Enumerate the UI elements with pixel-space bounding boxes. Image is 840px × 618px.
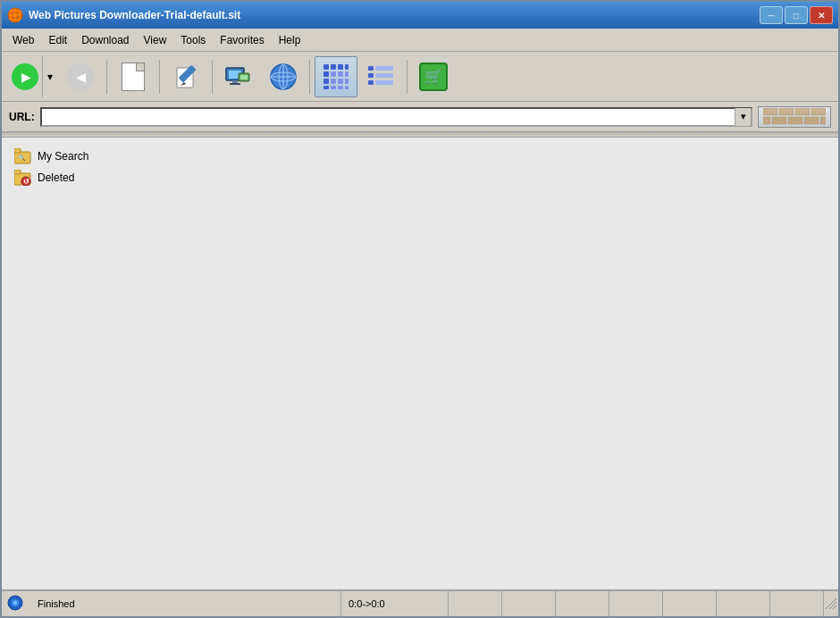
svg-rect-49 — [14, 148, 21, 153]
svg-rect-29 — [323, 86, 329, 89]
tree-item-deleted[interactable]: ↺ Deleted — [11, 168, 829, 188]
edit-button[interactable] — [164, 56, 207, 97]
forward-icon — [12, 63, 38, 90]
back-icon — [67, 63, 94, 90]
svg-line-59 — [829, 602, 836, 609]
menu-tools[interactable]: Tools — [173, 31, 213, 49]
svg-rect-26 — [331, 79, 336, 84]
window-controls: ─ □ ✕ — [760, 6, 833, 24]
toolbar-separator-4 — [309, 60, 310, 94]
svg-rect-47 — [820, 117, 826, 124]
main-window: Web Pictures Downloader-Trial-default.si… — [0, 0, 840, 618]
go-button[interactable] — [758, 106, 831, 128]
svg-rect-20 — [345, 64, 349, 70]
svg-rect-37 — [368, 80, 374, 85]
network-button[interactable] — [217, 56, 260, 97]
brick-wall-icon — [763, 108, 826, 126]
svg-rect-27 — [338, 79, 343, 84]
status-seg-9 — [770, 591, 824, 616]
cart-button[interactable]: 🛒 — [412, 56, 455, 97]
my-search-label: My Search — [38, 150, 88, 163]
my-search-icon: 🔍 — [14, 148, 32, 164]
close-button[interactable]: ✕ — [810, 6, 833, 24]
menu-web[interactable]: Web — [5, 31, 41, 49]
svg-point-0 — [8, 8, 22, 22]
svg-rect-21 — [323, 71, 329, 77]
url-input-container — [40, 107, 752, 127]
menu-bar: Web Edit Download View Tools Favorites H… — [2, 29, 838, 52]
minimize-button[interactable]: ─ — [760, 6, 783, 24]
status-seg-8 — [717, 591, 770, 616]
svg-rect-23 — [338, 71, 343, 77]
svg-rect-44 — [772, 117, 786, 124]
svg-rect-9 — [230, 83, 240, 85]
resize-handle[interactable] — [824, 597, 838, 611]
document-icon — [122, 63, 145, 91]
svg-rect-43 — [763, 117, 770, 124]
menu-view[interactable]: View — [137, 31, 174, 49]
url-label: URL: — [9, 111, 35, 123]
go-back-button[interactable] — [59, 56, 102, 97]
svg-rect-22 — [331, 71, 336, 77]
go-forward-button[interactable] — [8, 56, 42, 97]
toolbar-separator-3 — [212, 60, 213, 94]
maximize-button[interactable]: □ — [785, 6, 808, 24]
svg-rect-19 — [338, 64, 343, 70]
status-seg-3 — [449, 591, 502, 616]
svg-point-57 — [13, 601, 17, 605]
svg-rect-8 — [232, 80, 238, 83]
grid-view-button[interactable] — [315, 56, 357, 97]
toolbar: 🛒 — [2, 52, 838, 102]
svg-rect-41 — [795, 108, 810, 115]
svg-rect-32 — [345, 86, 349, 89]
status-seg-6 — [609, 591, 663, 616]
progress-text: 0:0->0:0 — [341, 591, 449, 616]
svg-rect-36 — [375, 73, 393, 78]
status-icon — [7, 595, 25, 613]
url-dropdown-button[interactable] — [735, 108, 751, 126]
svg-rect-28 — [345, 79, 349, 84]
main-content[interactable]: 🔍 My Search ↺ Deleted — [2, 138, 838, 589]
url-bar: URL: — [2, 102, 838, 132]
status-seg-7 — [663, 591, 717, 616]
svg-rect-30 — [331, 86, 336, 89]
svg-rect-25 — [323, 79, 329, 84]
svg-rect-34 — [375, 66, 393, 71]
svg-rect-38 — [375, 80, 393, 85]
list-view-button[interactable] — [359, 56, 402, 97]
menu-help[interactable]: Help — [272, 31, 308, 49]
svg-line-60 — [833, 605, 836, 609]
title-bar: Web Pictures Downloader-Trial-default.si… — [2, 2, 838, 29]
deleted-icon: ↺ — [14, 170, 32, 186]
tree-item-my-search[interactable]: 🔍 My Search — [11, 146, 829, 166]
menu-favorites[interactable]: Favorites — [213, 31, 271, 49]
globe-icon — [268, 62, 298, 92]
menu-download[interactable]: Download — [74, 31, 136, 49]
cart-icon: 🛒 — [419, 63, 448, 91]
svg-rect-40 — [779, 108, 794, 115]
svg-rect-45 — [788, 117, 802, 124]
edit-icon — [172, 63, 200, 91]
svg-rect-24 — [345, 71, 349, 77]
menu-edit[interactable]: Edit — [41, 31, 74, 49]
svg-rect-17 — [323, 64, 329, 70]
app-icon — [7, 7, 23, 23]
toolbar-separator-5 — [407, 60, 407, 94]
web-button[interactable] — [262, 56, 305, 97]
svg-rect-33 — [368, 66, 374, 71]
svg-text:↺: ↺ — [23, 178, 29, 186]
url-input[interactable] — [42, 109, 735, 125]
status-seg-4 — [502, 591, 556, 616]
svg-rect-42 — [811, 108, 826, 115]
grid-view-icon — [322, 63, 350, 91]
deleted-label: Deleted — [38, 171, 74, 184]
status-seg-5 — [556, 591, 609, 616]
forward-button-group — [7, 56, 57, 97]
forward-dropdown-arrow[interactable] — [42, 56, 56, 97]
network-icon — [223, 61, 255, 93]
svg-rect-52 — [14, 170, 21, 174]
new-page-button[interactable] — [112, 56, 155, 97]
list-view-icon — [366, 63, 395, 91]
svg-rect-18 — [331, 64, 336, 70]
svg-text:🔍: 🔍 — [18, 154, 26, 162]
